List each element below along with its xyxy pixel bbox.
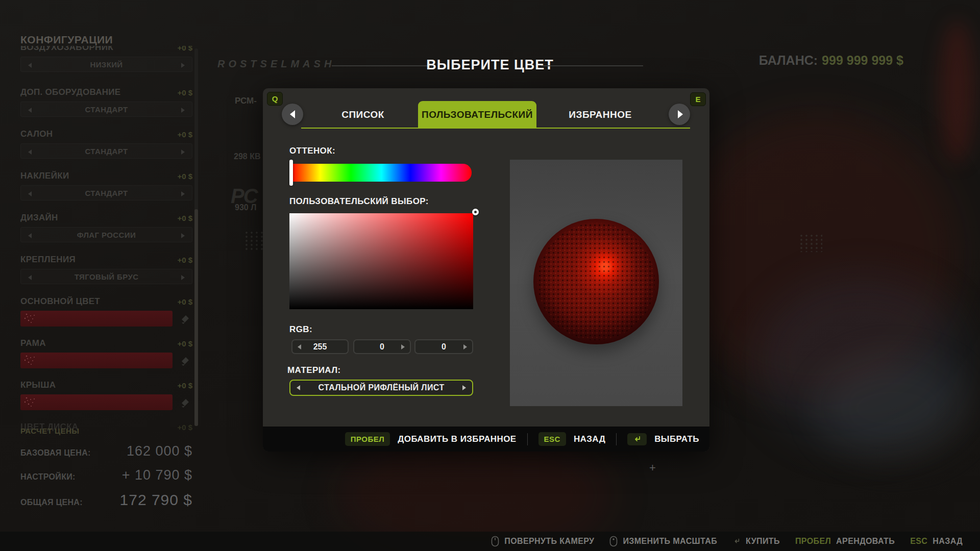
background-dot-grid-right (799, 234, 822, 252)
tab-custom[interactable]: ПОЛЬЗОВАТЕЛЬСКИЙ (418, 101, 536, 129)
material-selector[interactable]: СТАЛЬНОЙ РИФЛЁНЫЙ ЛИСТ (289, 380, 473, 396)
footer-divider (616, 433, 617, 445)
config-group-main-color: ОСНОВНОЙ ЦВЕТ +0 $ (20, 296, 192, 327)
config-group-price: +0 $ (177, 130, 192, 139)
config-option-value: ФЛАГ РОССИИ (21, 228, 192, 243)
config-option-value: СТАНДАРТ (21, 144, 192, 159)
rotate-camera-label: ПОВЕРНУТЬ КАМЕРУ (504, 537, 594, 546)
dialog-footer: ПРОБЕЛ ДОБАВИТЬ В ИЗБРАННОЕ ESC НАЗАД ВЫ… (263, 427, 709, 452)
config-group-label: ДОП. ОБОРУДОВАНИЕ (20, 87, 120, 97)
config-option-selector[interactable]: СТАНДАРТ (20, 185, 192, 201)
total-price-label: ОБЩАЯ ЦЕНА: (20, 498, 83, 507)
rgb-red-stepper[interactable]: 255 (291, 339, 349, 354)
saturation-value-picker[interactable] (289, 213, 473, 309)
config-option-value: ТЯГОВЫЙ БРУС (21, 269, 192, 285)
hue-slider[interactable] (291, 164, 472, 182)
config-option-selector[interactable]: НИЗКИЙ (20, 57, 192, 72)
next-option-icon[interactable] (181, 191, 185, 196)
config-group-stickers: НАКЛЕЙКИ +0 $ СТАНДАРТ (20, 170, 192, 201)
sidebar-scrollbar-thumb[interactable] (194, 209, 198, 426)
config-group-label: ОСНОВНОЙ ЦВЕТ (20, 296, 100, 307)
enter-key-badge (627, 433, 647, 445)
buy-label[interactable]: КУПИТЬ (746, 537, 780, 546)
config-group-label: КРЫША (20, 380, 56, 390)
background-model-text: РСМ- (235, 96, 257, 106)
config-option-value: СТАНДАРТ (21, 186, 192, 201)
next-option-icon[interactable] (181, 149, 185, 155)
total-price-row: ОБЩАЯ ЦЕНА: 172 790 $ (20, 491, 192, 509)
config-group-air-intake: ВОЗДУХОЗАБОРНИК +0 $ НИЗКИЙ (20, 46, 192, 77)
rgb-label: RGB: (289, 324, 312, 335)
material-value: СТАЛЬНОЙ РИФЛЁНЫЙ ЛИСТ (290, 381, 472, 395)
rgb-red-value: 255 (292, 340, 348, 353)
rent-label[interactable]: АРЕНДОВАТЬ (836, 537, 895, 546)
hotkey-q-badge: Q (267, 92, 283, 106)
select-button[interactable]: ВЫБРАТЬ (654, 434, 699, 444)
price-summary-title: РАСЧЕТ ЦЕНЫ (20, 427, 192, 435)
next-option-icon[interactable] (181, 275, 185, 280)
add-to-favorites-button[interactable]: ДОБАВИТЬ В ИЗБРАННОЕ (398, 434, 516, 444)
tab-list[interactable]: СПИСОК (324, 101, 402, 129)
material-label: МАТЕРИАЛ: (287, 365, 341, 375)
sidebar-scrollbar[interactable] (194, 48, 198, 426)
change-zoom-hint: ИЗМЕНИТЬ МАСШТАБ (609, 536, 717, 547)
background-red-strip (939, 20, 975, 163)
next-material-icon[interactable] (462, 385, 466, 390)
tab-favorites[interactable]: ИЗБРАННОЕ (561, 101, 639, 129)
options-price-value: + 10 790 $ (122, 467, 192, 483)
background-graffiti-blue (755, 276, 970, 449)
space-key-hint: ПРОБЕЛ (795, 537, 831, 546)
rent-action[interactable]: ПРОБЕЛ АРЕНДОВАТЬ (795, 537, 895, 546)
back-button[interactable]: НАЗАД (574, 434, 605, 444)
increment-icon[interactable] (401, 344, 405, 349)
config-group-price: +0 $ (177, 381, 192, 390)
config-option-selector[interactable]: СТАНДАРТ (20, 143, 192, 159)
metallic-flakes-icon (20, 353, 41, 367)
config-option-selector[interactable]: СТАНДАРТ (20, 102, 192, 117)
space-key-badge: ПРОБЕЛ (345, 432, 390, 446)
price-summary-panel: РАСЧЕТ ЦЕНЫ БАЗОВАЯ ЦЕНА: 162 000 $ НАСТ… (20, 427, 192, 509)
config-group-frame: РАМА +0 $ (20, 338, 192, 368)
paint-icon[interactable] (179, 313, 191, 325)
hue-label: ОТТЕНОК: (289, 146, 335, 156)
color-swatch[interactable] (20, 394, 173, 410)
color-swatch[interactable] (20, 353, 173, 368)
config-group-price: +0 $ (177, 46, 192, 52)
config-group-price: +0 $ (177, 172, 192, 181)
back-label[interactable]: НАЗАД (933, 537, 963, 546)
prev-tab-button[interactable] (282, 104, 303, 125)
paint-icon[interactable] (179, 355, 191, 367)
material-preview-panel (510, 160, 682, 406)
bottom-action-bar: ПОВЕРНУТЬ КАМЕРУ ИЗМЕНИТЬ МАСШТАБ КУПИТЬ… (0, 532, 980, 551)
enter-key-icon (632, 435, 642, 443)
title-divider-right (541, 65, 643, 66)
config-group-label: ВОЗДУХОЗАБОРНИК (20, 46, 113, 53)
next-tab-button[interactable] (669, 104, 690, 125)
page-title: КОНФИГУРАЦИИ (20, 34, 113, 46)
color-swatch[interactable] (20, 311, 173, 327)
config-option-selector[interactable]: ТЯГОВЫЙ БРУС (20, 269, 192, 284)
next-option-icon[interactable] (181, 63, 185, 68)
next-option-icon[interactable] (181, 108, 185, 113)
back-action[interactable]: ESC НАЗАД (910, 537, 963, 546)
esc-key-hint: ESC (910, 537, 927, 546)
arrow-right-icon (678, 110, 683, 118)
rgb-green-stepper[interactable]: 0 (353, 339, 411, 354)
mouse-icon (609, 536, 618, 547)
config-group-price: +0 $ (177, 297, 192, 306)
config-group-label: ДИЗАЙН (20, 213, 58, 223)
next-option-icon[interactable] (181, 233, 185, 238)
config-group-extra-equipment: ДОП. ОБОРУДОВАНИЕ +0 $ СТАНДАРТ (20, 87, 192, 117)
rgb-blue-stepper[interactable]: 0 (414, 339, 473, 354)
saturation-value-cursor[interactable] (472, 209, 479, 215)
paint-icon[interactable] (179, 396, 191, 409)
buy-action[interactable]: КУПИТЬ (732, 537, 780, 546)
rotate-camera-hint: ПОВЕРНУТЬ КАМЕРУ (491, 536, 594, 547)
base-price-value: 162 000 $ (127, 443, 192, 459)
config-option-selector[interactable]: ФЛАГ РОССИИ (20, 227, 192, 242)
config-option-value: НИЗКИЙ (21, 57, 192, 72)
hue-slider-cursor[interactable] (289, 160, 293, 186)
options-price-row: НАСТРОЙКИ: + 10 790 $ (20, 467, 192, 483)
increment-icon[interactable] (463, 344, 467, 349)
background-spec-power: 298 КВ (234, 152, 260, 161)
